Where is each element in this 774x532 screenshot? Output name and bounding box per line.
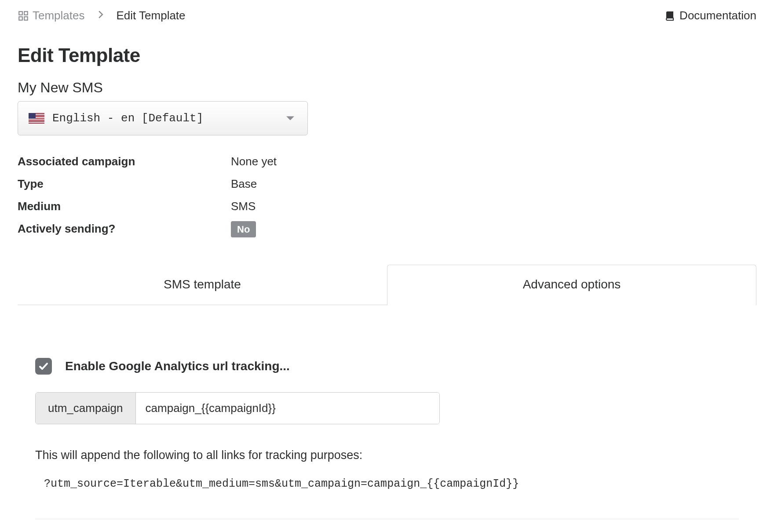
meta-label-sending: Actively sending? [18,219,231,238]
top-bar: Templates Edit Template Documentation [18,9,756,22]
ga-tracking-label: Enable Google Analytics url tracking... [65,359,290,373]
breadcrumb-root-label: Templates [33,9,85,22]
breadcrumb-templates-link[interactable]: Templates [18,9,85,22]
meta-row-type: Type Base [18,175,756,193]
meta-row-medium: Medium SMS [18,197,756,216]
advanced-section: Enable Google Analytics url tracking... … [18,358,756,519]
breadcrumb-current-label: Edit Template [117,9,186,22]
us-flag-icon [29,113,44,124]
page-title: Edit Template [18,44,756,66]
svg-rect-2 [19,17,22,20]
svg-rect-1 [24,11,28,15]
documentation-link[interactable]: Documentation [664,9,756,22]
templates-icon [18,10,29,22]
locale-selected-label: English - en [Default] [52,112,203,125]
ga-tracking-checkbox[interactable] [35,358,52,375]
utm-input-group: utm_campaign [35,392,440,424]
section-divider [35,519,739,519]
meta-row-sending: Actively sending? No [18,219,756,238]
meta-value-campaign: None yet [231,152,277,171]
breadcrumb: Templates Edit Template [18,9,186,22]
documentation-label: Documentation [679,9,756,22]
locale-select[interactable]: English - en [Default] [18,101,308,135]
utm-campaign-input[interactable] [136,393,439,424]
meta-label-campaign: Associated campaign [18,152,231,171]
template-name: My New SMS [18,80,756,96]
status-badge: No [231,221,256,237]
ga-tracking-row: Enable Google Analytics url tracking... [35,358,739,375]
chevron-right-icon [98,11,103,21]
chevron-down-icon [286,117,294,120]
meta-table: Associated campaign None yet Type Base M… [18,152,756,238]
meta-value-medium: SMS [231,197,256,216]
tab-advanced-options[interactable]: Advanced options [387,265,756,305]
helper-text: This will append the following to all li… [35,448,739,462]
meta-label-medium: Medium [18,197,231,216]
meta-value-type: Base [231,175,257,193]
utm-addon-label: utm_campaign [36,393,136,424]
svg-rect-0 [19,11,22,15]
meta-row-campaign: Associated campaign None yet [18,152,756,171]
tab-sms-template[interactable]: SMS template [18,265,387,305]
check-icon [38,361,49,372]
meta-label-type: Type [18,175,231,193]
meta-value-sending: No [231,219,256,238]
tracking-url-preview: ?utm_source=Iterable&utm_medium=sms&utm_… [35,477,739,490]
book-icon [664,11,675,21]
svg-rect-3 [24,17,28,20]
tabs: SMS template Advanced options [18,265,756,305]
